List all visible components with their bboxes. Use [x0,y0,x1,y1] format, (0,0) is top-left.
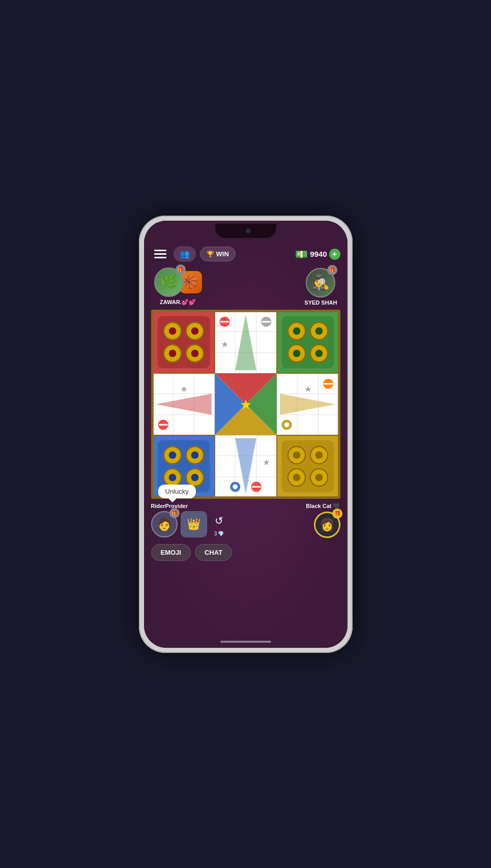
group-button[interactable]: 👥 [174,246,196,262]
gift-icon-top-left: 🎁 [176,264,186,275]
top-bar: 👥 🏆 WIN 💵 9940 + [144,241,348,267]
player-top-left-name: ZAWAR.💕💕 [160,299,196,306]
coin-amount: 9940 [310,250,327,258]
bottom-avatars: 🧑 🎁 👑 ↺ 3 💎 [151,511,228,537]
svg-text:★: ★ [262,457,270,467]
coins-area: 💵 9940 + [295,248,340,260]
chat-button[interactable]: CHAT [195,544,232,561]
svg-point-4 [168,327,176,335]
svg-point-67 [233,484,238,489]
player-bottom-right: Black Cat 🖤 👩 🎁 [306,503,340,538]
bottom-players-section: RiderProvider 🧑 🎁 👑 ↺ 3 💎 [144,499,348,540]
hamburger-line-2 [154,253,166,255]
avatar-bottom-left-wrapper: 🧑 🎁 [151,511,178,537]
svg-point-30 [191,473,198,481]
phone-frame: 👥 🏆 WIN 💵 9940 + [139,216,353,653]
undo-button[interactable]: ↺ [210,512,228,530]
undo-count: 3 💎 [214,531,224,536]
notch [215,224,276,238]
phone-inner: 👥 🏆 WIN 💵 9940 + [144,221,348,648]
top-players-section: 🌿 🎁 🏀 ZAWAR.💕💕 🕵️ 🎁 [144,267,348,308]
win-button[interactable]: 🏆 WIN [200,247,236,261]
group-icon: 👥 [180,249,190,259]
svg-text:★: ★ [304,384,311,394]
gift-bottom-left: 🎁 [169,508,180,518]
svg-point-10 [191,349,198,357]
svg-point-20 [315,349,323,357]
avatar-bottom-right-wrapper: 👩 🎁 [314,512,340,538]
svg-point-18 [293,349,300,357]
hamburger-line-3 [154,257,166,258]
svg-rect-32 [281,440,333,492]
svg-point-8 [168,349,176,357]
emoji-button[interactable]: EMOJI [151,544,191,561]
hamburger-button[interactable] [151,245,169,263]
unlucky-text: Unlucky [165,488,189,495]
add-coin-button[interactable]: + [329,249,340,260]
gem-icon: 💎 [218,531,224,536]
svg-point-14 [293,327,300,335]
gift-icon-top-right: 🎁 [327,265,337,275]
svg-rect-2 [157,316,209,368]
svg-point-97 [284,422,289,427]
svg-text:★: ★ [221,339,228,349]
svg-point-34 [293,451,300,459]
home-indicator [220,641,271,643]
coin-icon: 💵 [295,248,308,260]
svg-point-36 [315,451,323,459]
gift-bottom-right: 🎁 [332,508,342,519]
svg-point-28 [168,473,176,481]
svg-point-38 [293,473,300,481]
action-buttons-section: EMOJI CHAT [144,540,348,565]
hamburger-line-1 [154,250,166,251]
svg-text:★: ★ [180,384,187,394]
svg-text:★: ★ [240,397,252,412]
ludo-board-container: ★ [144,310,348,499]
player-top-right: 🕵️ 🎁 SYED SHAH [304,268,337,306]
trophy-icon: 🏆 [207,251,214,258]
avatar-top-left-icon: 🌿 [160,274,178,290]
player-bottom-left-name: RiderProvider [151,503,228,509]
svg-rect-12 [281,316,333,368]
win-label: WIN [216,250,229,258]
avatar-top-right-icon: 🕵️ [312,274,330,291]
svg-point-6 [191,327,198,335]
player-bottom-left: RiderProvider 🧑 🎁 👑 ↺ 3 💎 [151,503,228,537]
player-bottom-right-name: Black Cat 🖤 [306,503,340,510]
svg-point-16 [315,327,323,335]
undo-area: ↺ 3 💎 [210,512,228,536]
svg-point-40 [315,473,323,481]
ludo-board-svg: ★ [151,310,340,499]
notch-area [144,221,348,241]
crown-button[interactable]: 👑 [181,511,207,537]
player-top-left: 🌿 🎁 🏀 ZAWAR.💕💕 [154,267,202,306]
player-left-avatars: 🌿 🎁 🏀 [154,267,202,297]
notch-camera [246,228,251,233]
screen-content: 👥 🏆 WIN 💵 9940 + [144,241,348,648]
undo-count-text: 3 [214,531,217,536]
player-top-right-name: SYED SHAH [304,300,337,306]
avatar-top-right-wrapper: 🕵️ 🎁 [306,268,335,297]
avatar-top-left-wrapper: 🌿 🎁 [154,267,184,297]
svg-point-26 [191,451,198,459]
unlucky-tooltip: Unlucky [158,485,196,498]
svg-point-24 [168,451,176,459]
